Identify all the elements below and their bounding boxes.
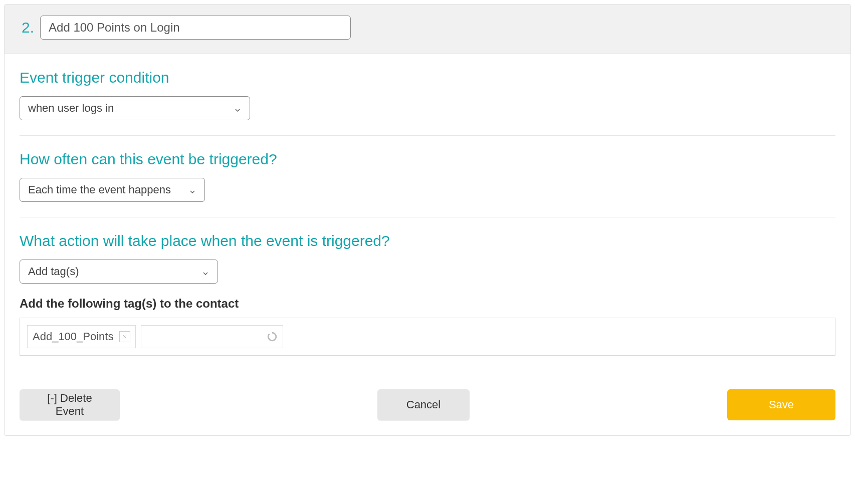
trigger-section: Event trigger condition when user logs i… [20, 54, 835, 136]
tags-sub-label: Add the following tag(s) to the contact [20, 297, 835, 311]
loading-spinner-icon [267, 331, 278, 342]
save-button[interactable]: Save [727, 389, 835, 420]
action-section: What action will take place when the eve… [20, 217, 835, 371]
frequency-select[interactable]: Each time the event happens [20, 178, 205, 202]
chevron-down-icon [201, 268, 209, 276]
tag-remove-button[interactable] [119, 331, 130, 342]
tags-container: Add_100_Points [20, 318, 835, 356]
footer-actions: [-] Delete Event Cancel Save [20, 371, 835, 420]
step-number: 2. [22, 19, 34, 36]
delete-event-button[interactable]: [-] Delete Event [20, 389, 120, 420]
config-body: Event trigger condition when user logs i… [5, 54, 850, 435]
tag-chip-label: Add_100_Points [33, 330, 113, 343]
chevron-down-icon [188, 186, 196, 194]
event-title-input[interactable] [40, 16, 351, 40]
action-type-value: Add tag(s) [28, 265, 79, 278]
trigger-condition-value: when user logs in [28, 102, 114, 115]
frequency-section: How often can this event be triggered? E… [20, 136, 835, 217]
frequency-value: Each time the event happens [28, 183, 171, 196]
event-config-panel: 2. Event trigger condition when user log… [4, 4, 851, 436]
frequency-heading: How often can this event be triggered? [20, 151, 835, 168]
action-type-select[interactable]: Add tag(s) [20, 260, 218, 284]
cancel-button[interactable]: Cancel [377, 389, 470, 420]
chevron-down-icon [234, 104, 242, 112]
tag-input[interactable] [141, 325, 283, 348]
tag-chip: Add_100_Points [27, 325, 136, 348]
action-heading: What action will take place when the eve… [20, 232, 835, 249]
trigger-condition-select[interactable]: when user logs in [20, 96, 250, 120]
header-row: 2. [5, 5, 850, 54]
trigger-heading: Event trigger condition [20, 69, 835, 86]
